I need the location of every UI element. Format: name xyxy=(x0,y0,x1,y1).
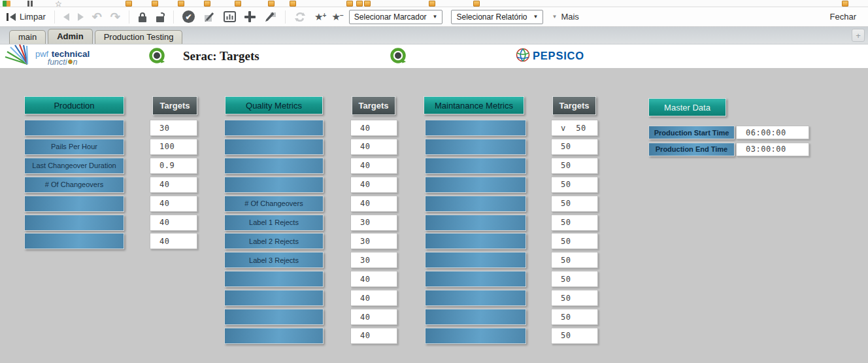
production-metric-button[interactable] xyxy=(24,120,124,136)
maintenance-metric-button[interactable] xyxy=(425,158,526,174)
folder-icon[interactable] xyxy=(364,1,371,7)
master-data-header[interactable]: Master Data xyxy=(648,98,726,116)
folder-icon[interactable] xyxy=(204,1,210,7)
quality-target-input[interactable] xyxy=(350,215,397,231)
production-target-input[interactable] xyxy=(150,215,197,231)
production-target-input[interactable] xyxy=(150,177,197,193)
maintenance-metric-button[interactable] xyxy=(425,271,526,287)
maintenance-target-input[interactable] xyxy=(551,158,598,174)
production-targets-header[interactable]: Targets xyxy=(152,96,197,115)
quality-header[interactable]: Quality Metrics xyxy=(225,96,323,114)
quality-metric-button[interactable]: # Of Changeovers xyxy=(224,196,324,212)
maintenance-target-input[interactable] xyxy=(551,290,598,306)
maintenance-target-input[interactable] xyxy=(551,271,598,287)
master-row-label[interactable]: Production Start Time xyxy=(648,126,735,139)
add-tab-button[interactable]: + xyxy=(852,29,865,42)
quality-metric-button[interactable] xyxy=(224,139,324,155)
quality-metric-button[interactable] xyxy=(224,328,324,344)
production-target-input[interactable] xyxy=(150,196,197,212)
maintenance-metric-button[interactable] xyxy=(425,233,526,249)
maintenance-metric-button[interactable] xyxy=(425,196,526,212)
forward-button[interactable] xyxy=(78,13,84,21)
master-value-input-production-start-time[interactable] xyxy=(736,126,809,139)
apps-icon[interactable] xyxy=(3,1,10,7)
maintenance-metric-button[interactable] xyxy=(425,177,526,193)
redo-button[interactable]: ↷ xyxy=(110,12,120,22)
maintenance-target-input[interactable] xyxy=(551,196,598,212)
maintenance-targets-header[interactable]: Targets xyxy=(552,96,596,115)
remove-bookmark-button[interactable]: ★− xyxy=(331,12,340,22)
folder-icon[interactable] xyxy=(235,1,241,7)
production-metric-button[interactable] xyxy=(24,196,124,212)
undo-button[interactable]: ↶ xyxy=(92,12,102,22)
maintenance-metric-button[interactable] xyxy=(425,328,526,344)
production-target-input[interactable] xyxy=(150,158,197,174)
production-target-input[interactable] xyxy=(150,233,197,249)
quality-target-input[interactable] xyxy=(350,196,397,212)
maintenance-metric-button[interactable] xyxy=(425,252,526,268)
quality-metric-button[interactable] xyxy=(224,177,324,193)
quality-metric-button[interactable] xyxy=(224,120,324,136)
maintenance-metric-button[interactable] xyxy=(425,139,526,155)
maintenance-target-input[interactable] xyxy=(551,328,598,344)
production-metric-button[interactable]: # Of Changeovers xyxy=(24,177,124,193)
maintenance-target-input[interactable] xyxy=(551,233,598,249)
quality-target-input[interactable] xyxy=(350,158,397,174)
add-object-button[interactable] xyxy=(244,11,256,22)
folder-icon[interactable] xyxy=(290,1,296,7)
quality-metric-button[interactable] xyxy=(224,271,324,287)
maintenance-target-input[interactable] xyxy=(551,252,598,268)
quality-metric-button[interactable] xyxy=(224,290,324,306)
quality-target-input[interactable] xyxy=(350,252,397,268)
folder-icon[interactable] xyxy=(268,1,275,7)
folder-icon[interactable] xyxy=(842,1,848,7)
folder-icon[interactable] xyxy=(125,1,132,7)
back-button[interactable] xyxy=(63,13,69,21)
relatorio-dropdown[interactable]: Selecionar Relatório ▼ xyxy=(451,10,543,24)
maintenance-target-input[interactable] xyxy=(551,215,598,231)
refresh-button[interactable] xyxy=(294,11,306,23)
maintenance-metric-button[interactable] xyxy=(425,290,526,306)
production-target-input[interactable] xyxy=(150,120,197,136)
quality-metric-button[interactable] xyxy=(224,158,324,174)
folder-icon[interactable] xyxy=(429,1,435,7)
edit-button[interactable] xyxy=(203,11,215,23)
quality-target-input[interactable] xyxy=(350,271,397,287)
folder-icon[interactable] xyxy=(152,1,158,7)
lock-button[interactable] xyxy=(138,11,147,22)
quality-metric-button[interactable] xyxy=(224,309,324,325)
marcador-dropdown[interactable]: Selecionar Marcador ▼ xyxy=(349,10,443,24)
maintenance-metric-button[interactable] xyxy=(425,120,526,136)
maintenance-target-input[interactable] xyxy=(551,309,598,325)
quality-metric-button[interactable]: Label 3 Rejects xyxy=(224,252,324,268)
folder-icon[interactable] xyxy=(356,1,363,7)
quality-target-input[interactable] xyxy=(350,120,397,136)
production-metric-button[interactable] xyxy=(24,233,124,249)
maintenance-header[interactable]: Maintanance Metrics xyxy=(424,96,524,114)
quality-target-input[interactable] xyxy=(350,309,397,325)
folder-icon[interactable] xyxy=(178,1,184,7)
quality-target-input[interactable] xyxy=(350,233,397,249)
production-header[interactable]: Production xyxy=(24,96,124,114)
master-value-input-production-end-time[interactable] xyxy=(736,143,809,156)
maintenance-metric-button[interactable] xyxy=(425,309,526,325)
unlock-button[interactable] xyxy=(156,11,165,22)
tab-main[interactable]: main xyxy=(9,30,46,44)
limpar-button[interactable]: Limpar xyxy=(7,12,46,22)
tab-production-testing[interactable]: Production Testing xyxy=(95,30,183,44)
quality-targets-header[interactable]: Targets xyxy=(352,96,395,115)
chart-button[interactable] xyxy=(224,11,236,22)
pause-icon[interactable] xyxy=(27,1,33,7)
maintenance-target-input[interactable] xyxy=(551,177,598,193)
quality-target-input[interactable] xyxy=(350,177,397,193)
quality-metric-button[interactable]: Label 2 Rejects xyxy=(224,233,324,249)
maintenance-target-input[interactable] xyxy=(551,120,598,136)
production-metric-button[interactable] xyxy=(24,215,124,231)
quality-metric-button[interactable]: Label 1 Rejects xyxy=(224,215,324,231)
maintenance-metric-button[interactable] xyxy=(425,215,526,231)
folder-icon[interactable] xyxy=(346,1,353,7)
fechar-button[interactable]: Fechar xyxy=(830,12,856,22)
quality-target-input[interactable] xyxy=(350,290,397,306)
production-target-input[interactable] xyxy=(150,139,197,155)
pen-button[interactable] xyxy=(264,11,276,23)
